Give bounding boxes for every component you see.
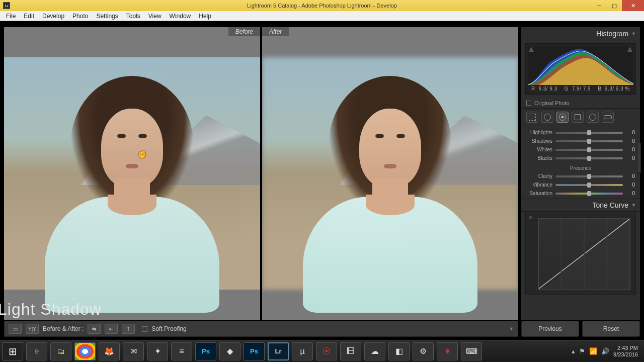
system-tray[interactable]: ▴ ⚑ 📶 🔊 2:43 PM 9/23/2016 — [572, 345, 642, 357]
tray-flag-icon[interactable]: ⚑ — [579, 347, 585, 355]
watermark-text: Light Shadow — [0, 300, 102, 319]
slider-vibrance[interactable]: Vibrance0 — [526, 180, 635, 189]
taskbar-app3[interactable]: ◆ — [219, 342, 240, 360]
hand-cursor-icon: ✊ — [138, 150, 146, 158]
tone-curve-box[interactable] — [525, 213, 636, 295]
taskbar-ie[interactable]: e — [26, 342, 47, 360]
checkbox-icon[interactable] — [526, 101, 531, 106]
bottom-toolbar: ▭ Y|Y Before & After : ⇆ ⇤ ⤒ Soft Proofi… — [4, 321, 518, 337]
close-button[interactable]: ✕ — [622, 0, 644, 11]
slider-shadows[interactable]: Shadows0 — [526, 137, 635, 145]
taskbar-firefox[interactable]: 🦊 — [99, 342, 120, 360]
menu-photo[interactable]: Photo — [68, 12, 92, 21]
tray-network-icon[interactable]: 📶 — [589, 347, 597, 355]
taskbar-app4[interactable]: ☁ — [364, 342, 385, 360]
slider-saturation[interactable]: Saturation0 — [526, 189, 635, 198]
before-after-label: Before & After : — [43, 325, 84, 332]
slider-whites[interactable]: Whites0 — [526, 145, 635, 154]
compare-view: Before ✊ After Light Shadow — [4, 27, 518, 320]
taskbar-app7[interactable]: ✷ — [437, 342, 458, 360]
app-icon: Lr — [3, 2, 10, 9]
after-label: After — [262, 27, 289, 36]
menu-develop[interactable]: Develop — [38, 12, 68, 21]
toolbar-menu-icon[interactable]: ▼ — [509, 326, 514, 331]
loupe-view-button[interactable]: ▭ — [9, 324, 22, 334]
after-photo — [262, 57, 518, 290]
taskbar-thunderbird[interactable]: ✉ — [123, 342, 144, 360]
radial-tool[interactable] — [587, 112, 599, 123]
menu-view[interactable]: View — [144, 12, 166, 21]
tool-strip — [521, 108, 640, 126]
rgb-readout: R 9.3/ 9.3 G 7.9/ 7.9 B 9.3/ 9.3 % — [528, 85, 633, 93]
window-titlebar: Lr Lightroom 5 Catalog - Adobe Photoshop… — [0, 0, 644, 11]
presence-header: Presence — [526, 162, 635, 172]
menu-settings[interactable]: Settings — [92, 12, 122, 21]
redeye-tool[interactable] — [556, 112, 569, 123]
taskbar-photoshop[interactable]: Ps — [195, 342, 216, 360]
taskbar-lightroom[interactable]: Lr — [268, 342, 289, 360]
taskbar-video[interactable]: 🎞 — [340, 342, 361, 360]
before-label: Before — [228, 27, 260, 36]
reset-button[interactable]: Reset — [582, 321, 640, 337]
soft-proof-label: Soft Proofing — [151, 325, 186, 332]
crop-tool[interactable] — [526, 112, 538, 123]
menu-window[interactable]: Window — [166, 12, 195, 21]
tray-up-icon[interactable]: ▴ — [572, 347, 575, 355]
panel-expand-handle[interactable] — [637, 143, 641, 173]
tray-clock[interactable]: 2:43 PM 9/23/2016 — [613, 345, 638, 357]
start-button[interactable]: ⊞ — [2, 342, 23, 360]
tray-volume-icon[interactable]: 🔊 — [601, 347, 609, 355]
taskbar-photoshop2[interactable]: Ps — [244, 342, 265, 360]
right-bottom-buttons: Previous Reset — [521, 321, 640, 337]
menu-tools[interactable]: Tools — [122, 12, 144, 21]
maximize-button[interactable]: ▢ — [607, 0, 622, 11]
taskbar-utorrent[interactable]: µ — [292, 342, 313, 360]
menu-help[interactable]: Help — [195, 12, 215, 21]
before-photo — [4, 57, 260, 290]
after-pane[interactable]: After — [262, 27, 518, 320]
taskbar-keyboard[interactable]: ⌨ — [461, 342, 482, 360]
minimize-button[interactable]: ─ — [592, 0, 607, 11]
brush-tool[interactable] — [602, 112, 614, 123]
windows-taskbar: ⊞ e 🗂 🦊 ✉ ✦ ≡ Ps ◆ Ps Lr µ ⦿ 🎞 ☁ ◧ ⚙ ✷ ⌨… — [0, 340, 644, 362]
basic-sliders: Highlights0 Shadows0 Whites0 Blacks0 Pre… — [521, 126, 640, 199]
target-adjust-icon[interactable] — [529, 216, 532, 219]
histogram-header[interactable]: Histogram▼ — [521, 27, 640, 40]
taskbar-app5[interactable]: ◧ — [388, 342, 410, 360]
menu-file[interactable]: File — [2, 12, 20, 21]
tonecurve-header[interactable]: Tone Curve▼ — [521, 199, 640, 212]
menu-edit[interactable]: Edit — [20, 12, 38, 21]
swap-button[interactable]: ⇆ — [88, 324, 101, 334]
collapse-icon: ▼ — [631, 203, 636, 208]
menu-bar: File Edit Develop Photo Settings Tools V… — [0, 11, 644, 21]
taskbar-app2[interactable]: ≡ — [171, 342, 192, 360]
copy-settings-button[interactable]: ⤒ — [122, 324, 135, 334]
taskbar-explorer[interactable]: 🗂 — [50, 342, 71, 360]
previous-button[interactable]: Previous — [521, 321, 579, 337]
copy-left-button[interactable]: ⇤ — [105, 324, 118, 334]
histogram-box[interactable]: R 9.3/ 9.3 G 7.9/ 7.9 B 9.3/ 9.3 % — [525, 43, 636, 95]
taskbar-app6[interactable]: ⚙ — [413, 342, 434, 360]
taskbar-app1[interactable]: ✦ — [147, 342, 168, 360]
compare-view-button[interactable]: Y|Y — [26, 324, 39, 334]
original-photo-toggle[interactable]: Original Photo — [521, 98, 640, 108]
collapse-icon: ▼ — [631, 31, 636, 36]
grad-tool[interactable] — [572, 112, 584, 123]
spot-tool[interactable] — [541, 112, 553, 123]
before-pane[interactable]: Before ✊ — [4, 27, 260, 320]
taskbar-record[interactable]: ⦿ — [316, 342, 337, 360]
soft-proof-checkbox[interactable] — [142, 326, 147, 332]
app-body: Before ✊ After Light Shadow — [0, 21, 644, 340]
taskbar-chrome[interactable] — [74, 342, 96, 360]
slider-blacks[interactable]: Blacks0 — [526, 154, 635, 162]
slider-highlights[interactable]: Highlights0 — [526, 128, 635, 137]
right-panel: Histogram▼ R 9.3/ 9.3 G 7.9/ — [521, 27, 640, 320]
window-title: Lightroom 5 Catalog - Adobe Photoshop Li… — [0, 3, 644, 9]
slider-clarity[interactable]: Clarity0 — [526, 172, 635, 180]
